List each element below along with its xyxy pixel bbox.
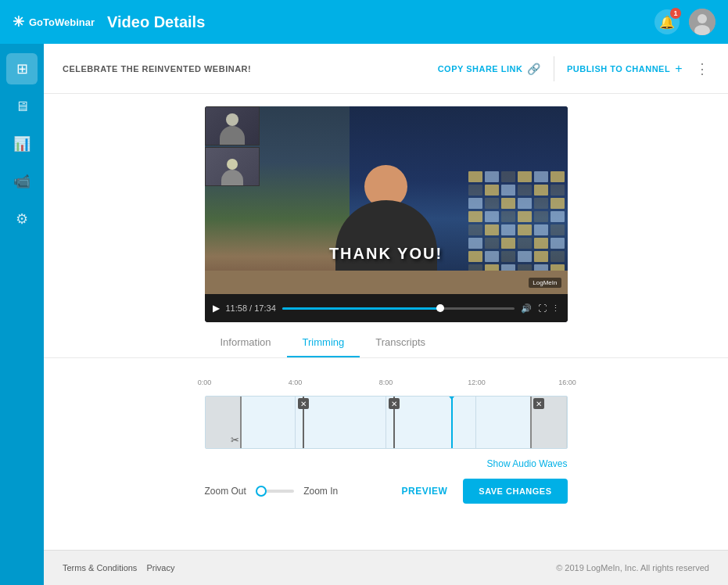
logo-icon: ✳ [13,13,24,31]
video-screen: THANK YOU! [205,106,568,294]
svg-point-1 [698,14,707,23]
copy-share-link-label: Copy Share Link [438,64,523,74]
video-container: THANK YOU! [44,94,728,322]
tabs-row: Information Trimming Transcripts [44,328,728,358]
main-layout: ⊞ 🖥 📊 📹 ⚙ Celebrate the Reinvented Webin… [0,44,728,585]
video-control-buttons: ⛶ ⋮ [538,303,560,314]
video-wrapper: THANK YOU! [205,106,568,322]
content-area: Celebrate the Reinvented Webinar! Copy S… [44,44,728,585]
ruler-label-2: 8:00 [379,379,393,386]
video-controls: ▶ 11:58 / 17:34 🔊 ⛶ [205,294,568,322]
play-button[interactable]: ▶ [213,303,220,314]
progress-fill [282,307,440,310]
fullscreen-button[interactable]: ⛶ [538,303,547,314]
settings-icon: ⚙ [16,210,28,228]
publish-to-channel-label: Publish to Channel [567,64,670,74]
video-main: THANK YOU! [205,106,568,294]
user-avatar[interactable] [689,9,715,35]
progress-bar[interactable] [282,307,515,310]
analytics-icon: 📊 [13,135,30,153]
footer-links: Terms & Conditions Privacy [63,563,174,572]
window-grid [465,168,568,278]
right-trim-handle[interactable]: ✕ [533,398,544,409]
tab-trimming[interactable]: Trimming [287,328,360,357]
privacy-link[interactable]: Privacy [146,563,174,572]
sidebar-item-settings[interactable]: ⚙ [6,203,38,235]
thumbnail-1 [205,106,260,145]
trim-right-region: ✕ [530,397,566,448]
ruler-label-1: 4:00 [289,379,303,386]
content-title: Celebrate the Reinvented Webinar! [63,64,438,74]
zoom-slider[interactable] [256,490,294,493]
monitor-icon: 🖥 [15,99,29,115]
app-logo: ✳ GoToWebinar [13,13,95,31]
header-actions: Copy Share Link 🔗 Publish to Channel + ⋮ [438,56,709,81]
plus-icon: + [675,62,683,76]
volume-button[interactable]: 🔊 [521,303,532,314]
sidebar: ⊞ 🖥 📊 📹 ⚙ [0,44,44,585]
page-title: Video Details [107,13,205,31]
show-audio-waves-link[interactable]: Show Audio Waves [205,458,568,469]
zoom-row: Zoom Out Zoom In Preview Save Changes [205,479,568,504]
sidebar-item-analytics[interactable]: 📊 [6,128,38,160]
tab-information[interactable]: Information [205,328,287,357]
sidebar-item-recordings[interactable]: 📹 [6,166,38,197]
cut-handle-1[interactable]: ✕ [298,398,309,409]
zoom-thumb [256,486,267,497]
ruler-label-3: 12:00 [468,379,486,386]
copy-share-link-button[interactable]: Copy Share Link 🔗 [438,63,541,75]
timeline-track[interactable]: ✕ ✕ ✕ ✂ [205,396,568,449]
notifications-bell[interactable]: 🔔 1 [654,9,680,34]
header-divider [554,56,554,81]
desk [205,271,568,294]
tabs-container: Information Trimming Transcripts [205,328,568,357]
top-navigation: ✳ GoToWebinar Video Details 🔔 1 [0,0,728,44]
cut-marker-2: ✕ [393,397,395,448]
tab-transcripts[interactable]: Transcripts [360,328,441,357]
dashboard-icon: ⊞ [16,60,28,77]
content-card: Celebrate the Reinvented Webinar! Copy S… [44,44,728,550]
zoom-in-label: Zoom In [303,486,338,497]
sidebar-item-monitor[interactable]: 🖥 [6,91,38,122]
ruler-label-0: 0:00 [198,379,212,386]
video-thumbnails [205,106,260,186]
more-video-options[interactable]: ⋮ [551,303,560,314]
cut-handle-2[interactable]: ✕ [389,398,400,409]
video-time: 11:58 / 17:34 [226,303,276,313]
notification-badge: 1 [670,8,681,19]
progress-thumb [436,304,444,312]
logo-text: GoToWebinar [29,16,95,28]
preview-button[interactable]: Preview [395,486,454,497]
more-icon: ⋮ [695,61,709,77]
playhead [451,397,453,448]
ruler-label-4: 16:00 [558,379,576,386]
cut-marker-1: ✕ [303,397,304,448]
thumbnail-2 [205,147,260,186]
more-options-button[interactable]: ⋮ [695,60,709,77]
save-changes-button[interactable]: Save Changes [463,479,567,504]
sidebar-item-dashboard[interactable]: ⊞ [6,53,38,84]
timeline-grid [206,397,567,448]
terms-link[interactable]: Terms & Conditions [63,563,137,572]
timeline-ruler: 0:00 4:00 8:00 12:00 16:00 [205,371,568,386]
page-footer: Terms & Conditions Privacy © 2019 LogMeI… [44,550,728,585]
content-header: Celebrate the Reinvented Webinar! Copy S… [44,44,728,94]
zoom-out-label: Zoom Out [205,486,246,497]
link-icon: 🔗 [527,63,541,75]
video-subtitle: THANK YOU! [329,245,443,263]
scissors-icon: ✂ [231,434,239,446]
publish-to-channel-button[interactable]: Publish to Channel + [567,62,683,76]
footer-copyright: © 2019 LogMeIn, Inc. All rights reserved [556,563,709,572]
recordings-icon: 📹 [13,173,30,190]
timeline-container[interactable]: ✕ ✕ ✕ ✂ [205,396,568,449]
logomein-badge: LogMeIn [529,278,561,288]
trimming-section: 0:00 4:00 8:00 12:00 16:00 [44,358,728,516]
